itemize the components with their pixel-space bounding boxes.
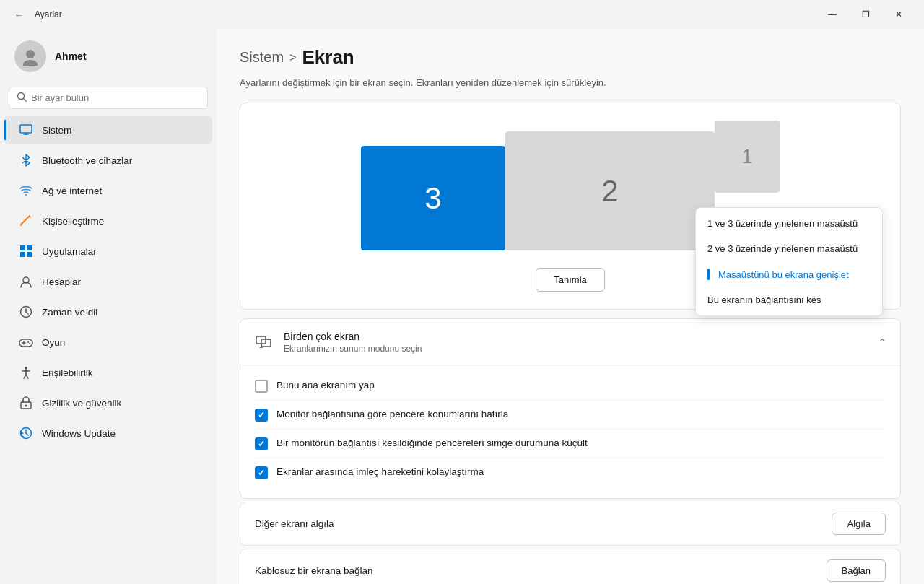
dropdown-item-4[interactable]: Bu ekranın bağlantısını kes [696, 287, 882, 313]
dropdown-item-1[interactable]: 1 ve 3 üzerinde yinelenen masaüstü [696, 211, 882, 236]
privacy-icon [19, 396, 33, 410]
checkbox-row-simge: Bir monitörün bağlantısı kesildiğinde pe… [255, 429, 886, 458]
sistem-icon [19, 123, 33, 137]
svg-rect-12 [20, 252, 25, 257]
section-body: Bunu ana ekranım yap Monitör bağlantısın… [240, 365, 900, 498]
dropdown-item-3[interactable]: Masaüstünü bu ekrana genişlet [696, 261, 882, 287]
breadcrumb-current: Ekran [302, 46, 354, 69]
sidebar-item-label-ag: Ağ ve internet [42, 186, 102, 196]
svg-rect-4 [20, 125, 32, 133]
network-icon [19, 183, 33, 198]
sidebar-item-uygulamalar[interactable]: Uygulamalar [4, 237, 212, 266]
svg-rect-11 [27, 245, 32, 250]
svg-rect-13 [27, 252, 32, 257]
dropdown-item-2[interactable]: 2 ve 3 üzerinde yinelenen masaüstü [696, 236, 882, 261]
titlebar-nav: ← [9, 4, 29, 25]
cb-label-pencere: Monitör bağlantısına göre pencere konuml… [276, 408, 508, 422]
time-icon [19, 305, 33, 319]
cb-label-ana: Bunu ana ekranım yap [276, 379, 375, 393]
breadcrumb-parent: Sistem [240, 49, 284, 66]
svg-line-17 [26, 312, 28, 314]
svg-point-21 [27, 341, 29, 343]
svg-line-26 [24, 375, 26, 378]
svg-line-3 [24, 99, 27, 102]
dropdown-menu: 1 ve 3 üzerinde yinelenen masaüstü 2 ve … [695, 207, 883, 316]
personalize-icon [19, 214, 33, 228]
search-box[interactable] [9, 87, 208, 109]
checkbox-simge[interactable] [255, 437, 268, 450]
section-title-group: Birden çok ekran Ekranlarınızın sunum mo… [284, 331, 867, 354]
sidebar-item-label-windowsupdate: Windows Update [42, 428, 116, 439]
multi-display-section: Birden çok ekran Ekranlarınızın sunum mo… [240, 318, 901, 499]
sidebar-item-label-zaman: Zaman ve dil [42, 307, 97, 318]
sidebar-item-label-hesaplar: Hesaplar [42, 276, 81, 287]
sidebar-item-label-oyun: Oyun [42, 337, 65, 348]
breadcrumb: Sistem > Ekran [240, 46, 901, 69]
wireless-label: Kablosuz bir ekrana bağlan [255, 565, 827, 576]
windows-update-icon [19, 426, 33, 440]
sidebar-item-label-erisim: Erişilebilirlik [42, 367, 93, 378]
cb-label-simge: Bir monitörün bağlantısı kesildiğinde pe… [276, 437, 588, 450]
sidebar-item-sistem[interactable]: Sistem [4, 116, 212, 144]
checkbox-row-pencere: Monitör bağlantısına göre pencere konuml… [255, 400, 886, 429]
apps-icon [19, 244, 33, 258]
checkbox-row-imles: Ekranlar arasında imleç hareketini kolay… [255, 458, 886, 487]
svg-rect-18 [19, 339, 32, 347]
checkbox-imles[interactable] [255, 466, 268, 479]
close-button[interactable]: ✕ [882, 3, 915, 26]
sidebar-item-ag[interactable]: Ağ ve internet [4, 176, 212, 205]
display-preview: 3 2 1 1 ve 3 üzerinde yinelenen masaüstü… [258, 121, 883, 250]
wireless-row: Kablosuz bir ekrana bağlan Bağlan [240, 549, 901, 584]
svg-line-27 [26, 375, 28, 378]
section-subtitle: Ekranlarınızın sunum modunu seçin [284, 344, 867, 354]
back-button[interactable]: ← [9, 4, 29, 25]
sidebar-item-gizlilik[interactable]: Gizlilik ve güvenlik [4, 388, 212, 417]
svg-point-29 [25, 405, 27, 407]
monitor-3[interactable]: 3 [361, 146, 505, 250]
minimize-button[interactable]: — [816, 3, 849, 26]
sidebar-item-hesaplar[interactable]: Hesaplar [4, 267, 212, 296]
subtitle: Ayarlarını değiştirmek için bir ekran se… [240, 77, 901, 88]
checkbox-ana[interactable] [255, 380, 268, 393]
main-layout: Ahmet Sistem [0, 29, 924, 584]
monitor-icon [255, 334, 272, 351]
other-detect-row: Diğer ekranı algıla Algıla [240, 502, 901, 546]
sidebar-item-label-gizlilik: Gizlilik ve güvenlik [42, 398, 121, 409]
search-icon [17, 92, 27, 104]
svg-point-7 [25, 194, 27, 196]
svg-line-8 [21, 216, 30, 225]
checkbox-pencere[interactable] [255, 409, 268, 422]
sidebar-item-label-kisisel: Kişiselleştirme [42, 216, 104, 227]
sidebar-item-kisisel[interactable]: Kişiselleştirme [4, 206, 212, 235]
titlebar-title: Ayarlar [35, 9, 810, 19]
sidebar-item-label-bluetooth: Bluetooth ve cihazlar [42, 155, 132, 166]
baglan-button[interactable]: Bağlan [827, 559, 886, 582]
tanımla-button[interactable]: Tanımla [536, 268, 605, 292]
section-title: Birden çok ekran [284, 331, 867, 342]
sidebar-item-zaman[interactable]: Zaman ve dil [4, 297, 212, 326]
other-detect-label: Diğer ekranı algıla [255, 518, 832, 529]
bluetooth-icon [19, 153, 33, 167]
algıla-button[interactable]: Algıla [832, 513, 886, 535]
accessibility-icon [19, 365, 33, 380]
sidebar-item-erisim[interactable]: Erişilebilirlik [4, 358, 212, 387]
sidebar: Ahmet Sistem [0, 29, 217, 584]
section-header-multi[interactable]: Birden çok ekran Ekranlarınızın sunum mo… [240, 319, 900, 365]
svg-point-0 [26, 50, 35, 58]
sidebar-item-label-sistem: Sistem [42, 125, 71, 136]
user-section: Ahmet [0, 29, 217, 84]
user-name: Ahmet [55, 51, 87, 62]
sidebar-item-windowsupdate[interactable]: Windows Update [4, 419, 212, 448]
search-input[interactable] [31, 92, 200, 103]
sidebar-item-oyun[interactable]: Oyun [4, 328, 212, 357]
monitor-2[interactable]: 2 [505, 131, 715, 250]
sidebar-item-bluetooth[interactable]: Bluetooth ve cihazlar [4, 146, 212, 175]
avatar [14, 40, 46, 72]
svg-point-23 [25, 367, 27, 370]
maximize-button[interactable]: ❐ [849, 3, 882, 26]
cb-label-imles: Ekranlar arasında imleç hareketini kolay… [276, 466, 484, 479]
chevron-up-icon: ⌃ [879, 337, 886, 347]
checkbox-row-ana: Bunu ana ekranım yap [255, 372, 886, 400]
monitor-1[interactable]: 1 [715, 121, 780, 193]
svg-rect-10 [20, 245, 25, 250]
